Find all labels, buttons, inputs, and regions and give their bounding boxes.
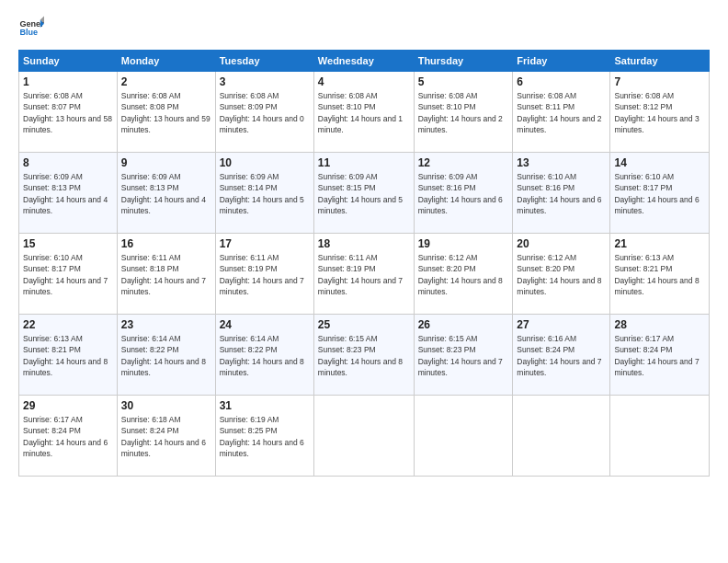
day-info: Sunrise: 6:12 AMSunset: 8:20 PMDaylight:… — [418, 252, 509, 297]
calendar-cell: 11 Sunrise: 6:09 AMSunset: 8:15 PMDaylig… — [313, 153, 414, 234]
day-number: 2 — [121, 75, 211, 88]
calendar-page: General Blue Sunday Monday Tuesday Wedne… — [0, 0, 728, 563]
header-monday: Monday — [117, 51, 215, 72]
day-number: 7 — [614, 75, 705, 88]
calendar-cell: 3 Sunrise: 6:08 AMSunset: 8:09 PMDayligh… — [215, 72, 313, 153]
day-info: Sunrise: 6:13 AMSunset: 8:21 PMDaylight:… — [23, 333, 113, 378]
calendar-cell: 26 Sunrise: 6:15 AMSunset: 8:23 PMDaylig… — [414, 315, 513, 396]
day-info: Sunrise: 6:10 AMSunset: 8:17 PMDaylight:… — [23, 252, 113, 297]
header-wednesday: Wednesday — [313, 51, 414, 72]
calendar-cell — [313, 396, 414, 477]
calendar-row-4: 22 Sunrise: 6:13 AMSunset: 8:21 PMDaylig… — [19, 315, 710, 396]
day-info: Sunrise: 6:11 AMSunset: 8:18 PMDaylight:… — [121, 252, 211, 297]
day-info: Sunrise: 6:08 AMSunset: 8:07 PMDaylight:… — [23, 90, 113, 135]
day-info: Sunrise: 6:14 AMSunset: 8:22 PMDaylight:… — [121, 333, 211, 378]
day-info: Sunrise: 6:08 AMSunset: 8:10 PMDaylight:… — [418, 90, 509, 135]
page-header: General Blue — [18, 15, 710, 40]
day-number: 16 — [121, 237, 211, 250]
day-number: 22 — [23, 318, 113, 331]
day-number: 6 — [517, 75, 606, 88]
day-info: Sunrise: 6:19 AMSunset: 8:25 PMDaylight:… — [220, 414, 310, 459]
day-number: 8 — [23, 156, 113, 169]
calendar-cell: 5 Sunrise: 6:08 AMSunset: 8:10 PMDayligh… — [414, 72, 513, 153]
day-number: 3 — [220, 75, 310, 88]
header-friday: Friday — [513, 51, 610, 72]
day-info: Sunrise: 6:09 AMSunset: 8:13 PMDaylight:… — [23, 171, 113, 216]
day-info: Sunrise: 6:08 AMSunset: 8:10 PMDaylight:… — [318, 90, 410, 135]
day-info: Sunrise: 6:08 AMSunset: 8:09 PMDaylight:… — [220, 90, 310, 135]
svg-text:Blue: Blue — [19, 28, 38, 37]
day-info: Sunrise: 6:09 AMSunset: 8:15 PMDaylight:… — [318, 171, 410, 216]
calendar-cell: 24 Sunrise: 6:14 AMSunset: 8:22 PMDaylig… — [215, 315, 313, 396]
day-number: 11 — [318, 156, 410, 169]
day-number: 21 — [614, 237, 705, 250]
day-number: 30 — [121, 399, 211, 412]
day-number: 31 — [220, 399, 310, 412]
calendar-cell: 20 Sunrise: 6:12 AMSunset: 8:20 PMDaylig… — [513, 234, 610, 315]
weekday-header-row: Sunday Monday Tuesday Wednesday Thursday… — [19, 51, 710, 72]
day-number: 18 — [318, 237, 410, 250]
calendar-cell: 27 Sunrise: 6:16 AMSunset: 8:24 PMDaylig… — [513, 315, 610, 396]
day-info: Sunrise: 6:12 AMSunset: 8:20 PMDaylight:… — [517, 252, 606, 297]
calendar-cell: 2 Sunrise: 6:08 AMSunset: 8:08 PMDayligh… — [117, 72, 215, 153]
day-number: 29 — [23, 399, 113, 412]
day-info: Sunrise: 6:13 AMSunset: 8:21 PMDaylight:… — [614, 252, 705, 297]
calendar-cell: 1 Sunrise: 6:08 AMSunset: 8:07 PMDayligh… — [19, 72, 118, 153]
day-info: Sunrise: 6:11 AMSunset: 8:19 PMDaylight:… — [220, 252, 310, 297]
calendar-cell: 25 Sunrise: 6:15 AMSunset: 8:23 PMDaylig… — [313, 315, 414, 396]
day-number: 9 — [121, 156, 211, 169]
day-number: 17 — [220, 237, 310, 250]
calendar-row-2: 8 Sunrise: 6:09 AMSunset: 8:13 PMDayligh… — [19, 153, 710, 234]
day-number: 19 — [418, 237, 509, 250]
calendar-cell — [610, 396, 710, 477]
calendar-cell: 7 Sunrise: 6:08 AMSunset: 8:12 PMDayligh… — [610, 72, 710, 153]
day-info: Sunrise: 6:17 AMSunset: 8:24 PMDaylight:… — [23, 414, 113, 459]
calendar-row-1: 1 Sunrise: 6:08 AMSunset: 8:07 PMDayligh… — [19, 72, 710, 153]
day-number: 24 — [220, 318, 310, 331]
calendar-cell: 16 Sunrise: 6:11 AMSunset: 8:18 PMDaylig… — [117, 234, 215, 315]
day-info: Sunrise: 6:17 AMSunset: 8:24 PMDaylight:… — [614, 333, 705, 378]
day-number: 23 — [121, 318, 211, 331]
calendar-cell: 31 Sunrise: 6:19 AMSunset: 8:25 PMDaylig… — [215, 396, 313, 477]
calendar-cell — [414, 396, 513, 477]
calendar-cell — [513, 396, 610, 477]
calendar-cell: 4 Sunrise: 6:08 AMSunset: 8:10 PMDayligh… — [313, 72, 414, 153]
day-number: 28 — [614, 318, 705, 331]
logo: General Blue — [18, 15, 44, 40]
day-number: 10 — [220, 156, 310, 169]
day-info: Sunrise: 6:16 AMSunset: 8:24 PMDaylight:… — [517, 333, 606, 378]
calendar-cell: 14 Sunrise: 6:10 AMSunset: 8:17 PMDaylig… — [610, 153, 710, 234]
calendar-cell: 21 Sunrise: 6:13 AMSunset: 8:21 PMDaylig… — [610, 234, 710, 315]
calendar-cell: 8 Sunrise: 6:09 AMSunset: 8:13 PMDayligh… — [19, 153, 118, 234]
header-tuesday: Tuesday — [215, 51, 313, 72]
day-info: Sunrise: 6:08 AMSunset: 8:12 PMDaylight:… — [614, 90, 705, 135]
day-info: Sunrise: 6:14 AMSunset: 8:22 PMDaylight:… — [220, 333, 310, 378]
header-saturday: Saturday — [610, 51, 710, 72]
calendar-cell: 12 Sunrise: 6:09 AMSunset: 8:16 PMDaylig… — [414, 153, 513, 234]
day-number: 5 — [418, 75, 509, 88]
calendar-row-5: 29 Sunrise: 6:17 AMSunset: 8:24 PMDaylig… — [19, 396, 710, 477]
logo-icon: General Blue — [18, 15, 44, 40]
day-info: Sunrise: 6:18 AMSunset: 8:24 PMDaylight:… — [121, 414, 211, 459]
header-sunday: Sunday — [19, 51, 118, 72]
day-info: Sunrise: 6:15 AMSunset: 8:23 PMDaylight:… — [318, 333, 410, 378]
calendar-cell: 15 Sunrise: 6:10 AMSunset: 8:17 PMDaylig… — [19, 234, 118, 315]
day-number: 13 — [517, 156, 606, 169]
calendar-cell: 19 Sunrise: 6:12 AMSunset: 8:20 PMDaylig… — [414, 234, 513, 315]
calendar-cell: 18 Sunrise: 6:11 AMSunset: 8:19 PMDaylig… — [313, 234, 414, 315]
day-info: Sunrise: 6:08 AMSunset: 8:08 PMDaylight:… — [121, 90, 211, 135]
day-number: 27 — [517, 318, 606, 331]
day-info: Sunrise: 6:09 AMSunset: 8:13 PMDaylight:… — [121, 171, 211, 216]
day-info: Sunrise: 6:09 AMSunset: 8:16 PMDaylight:… — [418, 171, 509, 216]
day-number: 20 — [517, 237, 606, 250]
day-info: Sunrise: 6:11 AMSunset: 8:19 PMDaylight:… — [318, 252, 410, 297]
calendar-cell: 23 Sunrise: 6:14 AMSunset: 8:22 PMDaylig… — [117, 315, 215, 396]
day-info: Sunrise: 6:15 AMSunset: 8:23 PMDaylight:… — [418, 333, 509, 378]
day-number: 25 — [318, 318, 410, 331]
day-info: Sunrise: 6:09 AMSunset: 8:14 PMDaylight:… — [220, 171, 310, 216]
day-number: 26 — [418, 318, 509, 331]
header-thursday: Thursday — [414, 51, 513, 72]
calendar-cell: 30 Sunrise: 6:18 AMSunset: 8:24 PMDaylig… — [117, 396, 215, 477]
calendar-cell: 17 Sunrise: 6:11 AMSunset: 8:19 PMDaylig… — [215, 234, 313, 315]
calendar-cell: 29 Sunrise: 6:17 AMSunset: 8:24 PMDaylig… — [19, 396, 118, 477]
